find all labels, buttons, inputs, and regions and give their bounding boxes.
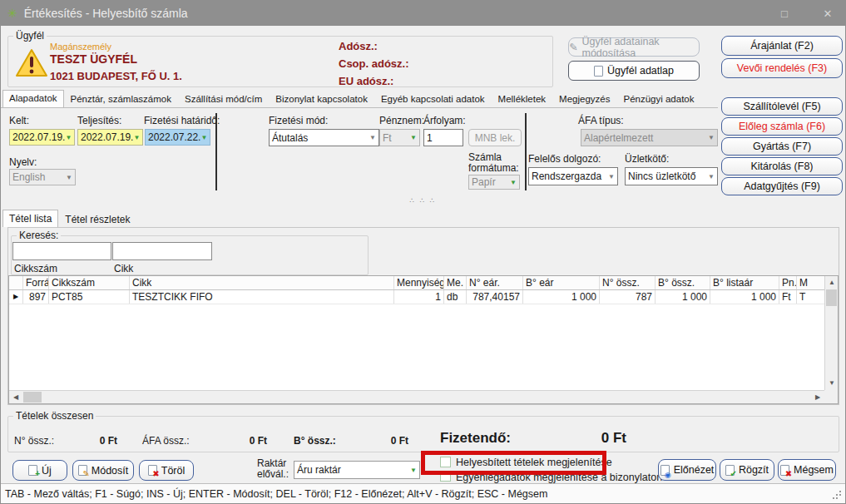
splitter-handle[interactable]: ∴ ∴ ∴ (1, 194, 845, 207)
scroll-right-icon[interactable]: ▶ (811, 391, 824, 404)
scroll-down-icon[interactable]: ▼ (825, 377, 839, 390)
fizetesi-hatarido-date-picker[interactable]: 2022.07.22. ▼ (145, 129, 210, 146)
arajanlat-button[interactable]: Árajánlat (F2) (721, 36, 843, 56)
customer-group-label: Ügyfél (13, 30, 47, 42)
table-header-cell[interactable]: Cikkszám (49, 276, 130, 289)
application-window: ✳ Értékesítés - Helyesbítő számla □ ✕ Üg… (0, 0, 846, 504)
table-header-cell[interactable]: B° össz. (656, 276, 710, 289)
tab-tetel-reszletek[interactable]: Tétel részletek (58, 211, 136, 227)
horizontal-scrollbar-thumb[interactable] (23, 392, 42, 403)
table-header-cell[interactable]: B° listaár (710, 276, 779, 289)
tab-penztar-szamlaszamok[interactable]: Pénztár, számlaszámok (64, 91, 178, 107)
helyesbitett-checkbox[interactable] (440, 457, 451, 467)
gyartas-button[interactable]: Gyártás (F7) (721, 137, 843, 156)
fizetesi-mod-select[interactable]: Átutalás ▼ (269, 129, 379, 146)
penznem-label: Pénznem: (379, 115, 424, 126)
tab-egyeb-kapcsolati-adatok[interactable]: Egyéb kapcsolati adatok (374, 91, 492, 107)
vevoi-rendeles-button[interactable]: Vevői rendelés (F3) (721, 58, 843, 78)
arajanlat-label: Árajánlat (F2) (750, 40, 814, 52)
tab-alapadatok[interactable]: Alapadatok (2, 90, 64, 107)
table-header-cell[interactable]: N° eár. (467, 276, 523, 289)
chevron-down-icon[interactable]: ▼ (369, 134, 376, 141)
megsem-label: Mégsem (794, 464, 834, 476)
vertical-scrollbar-thumb[interactable] (826, 289, 837, 306)
cikkszam-search-input[interactable] (12, 242, 111, 260)
horizontal-scrollbar[interactable]: ◀ ▶ (9, 390, 824, 403)
mnb-lekerdezes-label: MNB lek. (475, 132, 516, 144)
teljesites-value: 2022.07.19. (81, 131, 133, 143)
chevron-down-icon[interactable]: ▼ (708, 173, 715, 180)
table-header-cell[interactable]: Me. (444, 276, 467, 289)
egyenlegadatok-checkbox-label[interactable]: Egyenlegadatok megjelenítése a bizonylat… (456, 472, 662, 483)
helyesbitett-checkbox-label[interactable]: Helyesbített tételek megjelenítése (456, 457, 612, 468)
modosit-button[interactable]: ✎ Módosít (72, 460, 134, 481)
table-header-cell[interactable]: Mennyiség (394, 276, 444, 289)
egyenlegadatok-checkbox[interactable] (440, 471, 451, 482)
megsem-button[interactable]: ✖ Mégsem (778, 459, 836, 481)
chevron-down-icon[interactable]: ▼ (410, 467, 417, 474)
customer-name: TESZT ÜGYFÉL (50, 52, 137, 66)
tab-tetel-lista[interactable]: Tétel lista (2, 210, 58, 227)
table-header-cell[interactable]: Pn. (779, 276, 797, 289)
tax-number-label: Adósz.: (339, 40, 378, 52)
szamla-formatuma-select[interactable]: Papír ▼ (468, 175, 520, 190)
maximize-button[interactable]: □ (774, 7, 795, 20)
fizetesi-hatarido-value: 2022.07.22. (148, 131, 200, 143)
vertical-scrollbar[interactable]: ▲ ▼ (824, 276, 838, 390)
fizetesi-mod-value: Átutalás (272, 132, 308, 144)
uzletkoto-label: Üzletkötő: (625, 153, 669, 165)
customer-datasheet-label: Ügyfél adatlap (607, 65, 674, 77)
mnb-lekerdezes-button[interactable]: MNB lek. (468, 129, 522, 146)
szallitolevel-button[interactable]: Szállítólevél (F5) (721, 97, 843, 116)
table-header-cell[interactable]: Forrás (23, 276, 49, 289)
teljesites-date-picker[interactable]: 2022.07.19. ▼ (77, 129, 143, 146)
scroll-left-icon[interactable]: ◀ (9, 391, 22, 404)
scroll-up-icon[interactable]: ▲ (825, 276, 839, 289)
tab-szallitasi-mod[interactable]: Szállítási mód/cím (178, 91, 269, 107)
customer-datasheet-button[interactable]: Ügyfél adatlap (568, 61, 700, 81)
table-header-cell[interactable]: B° eár (523, 276, 600, 289)
title-bar[interactable]: ✳ Értékesítés - Helyesbítő számla □ ✕ (1, 1, 845, 26)
table-cell: 1 000 (710, 290, 779, 304)
chevron-down-icon[interactable]: ▼ (133, 134, 140, 141)
cikk-search-input[interactable] (112, 242, 212, 260)
tab-bizonylat-kapcsolatok[interactable]: Bizonylat kapcsolatok (269, 91, 374, 107)
uzletkoto-select[interactable]: Nincs üzletkötő ▼ (625, 167, 718, 185)
penznem-select[interactable]: Ft ▼ (379, 129, 420, 146)
close-button[interactable]: ✕ (817, 7, 839, 20)
raktar-select[interactable]: Áru raktár ▼ (294, 461, 420, 479)
felelos-dolgozo-select[interactable]: Rendszergazda Ge ▼ (528, 167, 618, 185)
table-header-cell[interactable]: N° össz. (600, 276, 656, 289)
item-tab-strip: Tétel lista Tétel részletek (2, 209, 136, 227)
table-header-cell[interactable]: M (797, 276, 824, 289)
chevron-down-icon[interactable]: ▼ (65, 134, 72, 141)
torol-button[interactable]: ✖ Töröl (139, 460, 194, 481)
kelt-date-picker[interactable]: 2022.07.19. ▼ (9, 129, 75, 146)
eloleg-szamla-button[interactable]: Előleg számla (F6) (721, 117, 843, 136)
felelos-dolgozo-label: Felelős dolgozó: (528, 153, 601, 165)
rogzit-button[interactable]: ✔ Rögzít (720, 459, 774, 481)
cikkszam-search-label: Cikkszám (14, 263, 57, 274)
kitarolas-button[interactable]: Kitárolás (F8) (721, 157, 843, 175)
green-check-icon: ✔ (730, 470, 737, 478)
brutto-osszeg-label: B° össz.: (294, 435, 336, 447)
items-table: Forrás Cikkszám Cikk Mennyiség Me. N° eá… (8, 275, 839, 404)
afa-tipus-select[interactable]: Alapértelmezett ▼ (581, 129, 718, 146)
arfolyam-input[interactable]: 1 (423, 129, 463, 146)
modify-customer-button[interactable]: ✎ Ügyfél adatainak módosítása (568, 37, 700, 57)
form-divider (215, 113, 217, 190)
table-header-cell[interactable]: Cikk (130, 276, 394, 289)
tab-penzugyi-adatok[interactable]: Pénzügyi adatok (616, 91, 700, 107)
chevron-down-icon[interactable]: ▼ (200, 134, 207, 141)
adatgyujtes-button[interactable]: Adatgyűjtés (F9) (721, 177, 843, 195)
customer-address: 1021 BUDAPEST, FŐ U. 1. (50, 70, 182, 82)
tab-mellekletek[interactable]: Mellékletek (492, 91, 553, 107)
uj-button[interactable]: + Új (12, 460, 67, 481)
elonezet-button[interactable]: ◉ Előnézet (658, 459, 716, 481)
table-row[interactable]: ▶ 897 PCT85 TESZTCIKK FIFO 1 db 787,4015… (9, 290, 824, 304)
resize-grip[interactable] (839, 497, 841, 499)
modify-customer-label: Ügyfél adatainak módosítása (581, 36, 699, 59)
tab-megjegyzes[interactable]: Megjegyzés (552, 91, 616, 107)
chevron-down-icon[interactable]: ▼ (608, 173, 615, 180)
nyelv-select[interactable]: English ▼ (9, 169, 76, 185)
